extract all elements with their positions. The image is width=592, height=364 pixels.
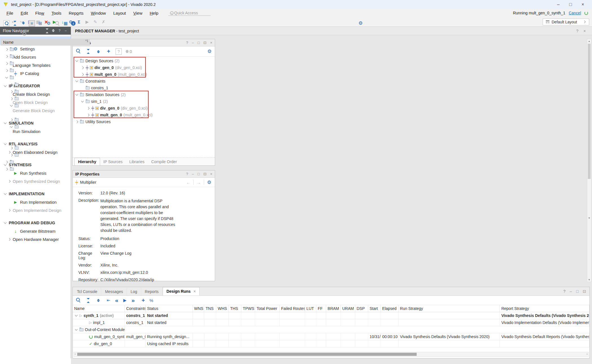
flow-navigator-item[interactable]: IP INTEGRATOR [0,82,71,90]
help-icon[interactable]: ? [576,29,578,33]
column-elapsed[interactable]: Elapsed [381,305,399,312]
forward-icon[interactable]: → [196,179,202,185]
help-box-icon[interactable] [116,48,122,55]
flow-navigator-item[interactable] [0,214,71,219]
menu-item[interactable]: Reports [65,10,87,17]
minimize-icon[interactable] [63,28,68,33]
minimize-icon[interactable]: – [570,289,572,294]
step-forward-icon[interactable] [130,297,136,303]
search-icon[interactable] [3,20,10,26]
collapse-all-icon[interactable] [85,48,91,55]
scroll-up-icon[interactable]: ▲ [587,40,591,43]
expand-all-icon[interactable] [20,20,26,26]
design-run-row[interactable]: Out-of-Context Module Runs [73,326,589,333]
expand-all-icon[interactable] [51,28,56,33]
column-dsp[interactable]: DSP [355,305,368,312]
menu-item[interactable]: Edit [17,10,32,17]
flow-navigator-item[interactable]: IMPLEMENTATION [0,190,71,198]
scroll-down-icon[interactable]: ▼ [587,278,591,281]
sources-view-tab[interactable]: IP Sources [100,158,126,165]
settings-gear-icon[interactable]: ⚙ [206,48,213,55]
menu-item[interactable]: Window [87,10,109,17]
menu-item[interactable]: View [130,10,146,17]
expander-icon[interactable] [76,93,78,96]
design-run-row[interactable]: ✓div_gen_0Using cached IP results [73,340,589,347]
column-tns[interactable]: TNS [204,305,216,312]
source-tree-row[interactable]: ╪ div_gen_0 (div_gen_0.xci) [73,105,215,112]
column-run-strategy[interactable]: Run Strategy [399,305,500,312]
flow-navigator-item[interactable]: Run Simulation [0,127,71,136]
column-wns[interactable]: WNS [193,305,204,312]
collapse-all-icon[interactable] [45,28,49,33]
help-icon[interactable]: ? [186,172,188,176]
settings-gear-icon[interactable]: ⚙ [357,20,364,26]
column-ff[interactable]: FF [316,305,326,312]
bottom-tab[interactable]: Messages [101,288,127,296]
column-report-strategy[interactable]: Report Strategy [500,305,589,312]
source-tree-row[interactable]: Simulation Sources (2) [73,91,215,98]
expand-all-icon[interactable] [95,49,101,55]
column-bram[interactable]: BRAM [326,305,341,312]
source-tree-row[interactable]: Design Sources (2) [73,57,215,64]
collapse-all-icon[interactable] [85,297,91,303]
flow-navigator-item[interactable] [0,115,71,119]
expander-icon[interactable] [81,100,84,103]
scroll-right-icon[interactable]: › [587,352,587,356]
column-tpws[interactable]: TPWS [241,305,255,312]
column-name[interactable]: Name [73,305,125,312]
expander-icon[interactable] [87,114,90,116]
scroll-left-icon[interactable]: ‹ [75,352,76,356]
flow-navigator-item[interactable] [0,185,71,190]
create-run-icon[interactable] [140,297,146,303]
column-start[interactable]: Start [368,305,381,312]
float-icon[interactable]: ⊡ [204,41,207,45]
column-name[interactable]: Name^1 [1,39,90,46]
column-failed-routes[interactable]: Failed Routes [280,305,305,312]
expander-icon[interactable] [81,73,84,76]
bottom-tab[interactable]: Tcl Console [73,288,101,296]
expander-icon[interactable] [76,79,78,82]
menu-item[interactable]: Tools [48,10,65,17]
close-icon[interactable]: × [210,41,212,45]
minimize-button[interactable]: – [557,2,560,7]
close-icon[interactable]: × [210,172,212,176]
menu-item[interactable]: File [3,10,17,17]
scroll-down-icon[interactable]: ▼ [587,217,591,219]
source-tree-row[interactable]: Utility Sources [73,118,215,125]
flow-navigator-item[interactable] [0,136,71,140]
back-icon[interactable]: ← [185,179,191,185]
maximize-icon[interactable]: □ [198,41,200,45]
collapse-all-icon[interactable] [12,20,18,26]
help-icon[interactable]: ? [563,289,566,294]
search-icon[interactable] [75,297,81,303]
percent-icon[interactable] [148,297,154,303]
flow-navigator-item[interactable]: ▶ Run Implementation [0,198,71,206]
cancel-link[interactable]: Cancel [569,11,581,15]
maximize-button[interactable]: □ [569,2,572,7]
column-status[interactable]: Status [146,305,193,312]
expander-icon[interactable] [76,120,78,123]
column-lut[interactable]: LUT [305,305,316,312]
flow-navigator-item[interactable]: Generate Block Design [0,106,71,115]
add-sources-icon[interactable] [105,48,112,55]
design-run-row[interactable]: ▷impl_1constrs_1Not startedVivado Implem… [73,319,589,326]
source-tree-row[interactable]: sim_1 (2) [73,98,215,105]
source-tree-row[interactable]: ╪ mult_gen_0 (mult_gen_0.xci) [73,71,215,78]
maximize-icon[interactable]: □ [198,172,200,176]
float-icon[interactable]: ⊡ [204,172,207,176]
close-icon[interactable]: × [584,29,586,33]
messages-badge[interactable] [126,48,132,55]
sources-view-tab[interactable]: Hierarchy [74,158,100,165]
mark-icon[interactable] [92,19,98,25]
column-total-power[interactable]: Total Power [255,305,280,312]
close-button[interactable]: × [582,2,584,7]
flow-navigator-item[interactable]: Open Hardware Manager [0,235,71,243]
quick-access-input[interactable]: Quick Access [168,10,211,16]
menu-item[interactable]: Layout [110,10,130,17]
bottom-tab[interactable]: Log [127,288,141,296]
design-run-row[interactable]: ▷synth_1 (active)constrs_1Not startedViv… [73,312,589,319]
bottom-tab[interactable]: Design Runs × [163,287,200,296]
customize-wrench-icon[interactable] [46,20,52,26]
float-icon[interactable]: ⊡ [583,289,586,294]
column-uram[interactable]: URAM [341,305,355,312]
